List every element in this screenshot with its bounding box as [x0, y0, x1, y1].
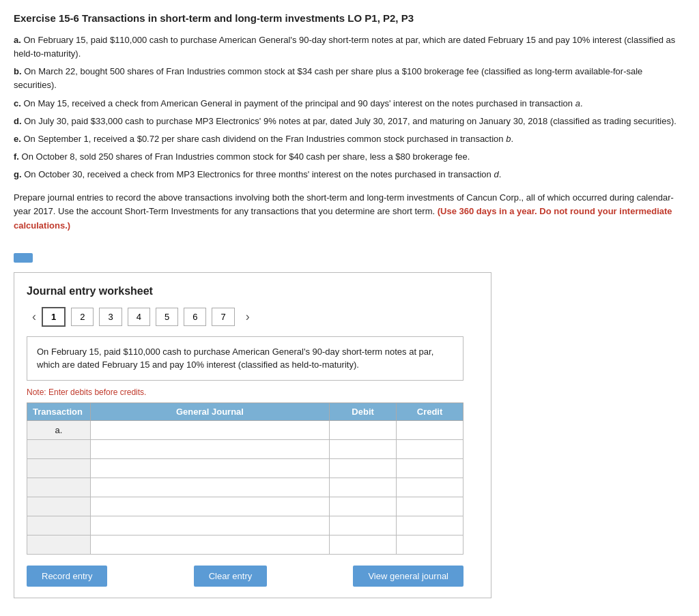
debit-input-5[interactable] [334, 501, 392, 512]
debit-cell-5[interactable] [330, 497, 397, 516]
tab-3[interactable]: 3 [99, 308, 122, 326]
debit-cell-2[interactable] [330, 439, 397, 458]
journal-cell-7[interactable] [90, 535, 329, 554]
tab-5[interactable]: 5 [156, 308, 178, 326]
table-row [27, 535, 463, 554]
transaction-description: On February 15, paid $110,000 cash to pu… [27, 336, 463, 381]
col-header-general-journal: General Journal [90, 402, 329, 420]
debit-cell-3[interactable] [330, 458, 397, 478]
prev-tab-button[interactable]: ‹ [27, 307, 42, 327]
transaction-cell-2 [27, 439, 91, 458]
journal-cell-1[interactable] [90, 420, 329, 439]
table-row: a. [27, 420, 463, 439]
credit-input-6[interactable] [401, 520, 459, 531]
worksheet-container: Journal entry worksheet ‹ 1 2 3 4 5 6 7 … [14, 272, 491, 598]
note-text: Note: Enter debits before credits. [27, 387, 479, 397]
debit-input-3[interactable] [334, 463, 392, 474]
highlight-text: (Use 360 days in a year. Do not round yo… [14, 206, 672, 230]
credit-input-4[interactable] [401, 482, 459, 493]
table-row [27, 458, 463, 478]
credit-cell-4[interactable] [397, 478, 463, 497]
debit-cell-4[interactable] [330, 478, 397, 497]
credit-input-3[interactable] [401, 463, 459, 474]
debit-cell-7[interactable] [330, 535, 397, 554]
credit-cell-7[interactable] [397, 535, 463, 554]
action-buttons-row: Record entry Clear entry View general jo… [27, 566, 463, 587]
journal-input-1[interactable] [95, 424, 325, 436]
transaction-cell-4 [27, 478, 91, 497]
journal-table: Transaction General Journal Debit Credit… [27, 402, 463, 555]
transaction-cell-7 [27, 535, 91, 554]
journal-cell-4[interactable] [90, 478, 329, 497]
credit-cell-1[interactable] [397, 420, 463, 439]
instruction-b: b. On March 22, bought 500 shares of Fra… [14, 65, 685, 92]
journal-cell-3[interactable] [90, 458, 329, 478]
page-title: Exercise 15-6 Transactions in short-term… [14, 12, 685, 24]
prepare-instructions: Prepare journal entries to record the ab… [14, 191, 685, 232]
instructions-block: a. On February 15, paid $110,000 cash to… [14, 33, 685, 181]
journal-input-3[interactable] [95, 463, 325, 474]
journal-cell-6[interactable] [90, 516, 329, 535]
instruction-c: c. On May 15, received a check from Amer… [14, 97, 685, 111]
table-row [27, 516, 463, 535]
transaction-cell-3 [27, 458, 91, 478]
debit-cell-1[interactable] [330, 420, 397, 439]
instruction-g: g. On October 30, received a check from … [14, 168, 685, 181]
transaction-cell-6 [27, 516, 91, 535]
record-entry-button[interactable]: Record entry [27, 566, 107, 587]
tab-6[interactable]: 6 [184, 308, 206, 326]
credit-cell-2[interactable] [397, 439, 463, 458]
table-row [27, 439, 463, 458]
debit-input-6[interactable] [334, 520, 392, 531]
debit-cell-6[interactable] [330, 516, 397, 535]
transaction-cell-1: a. [27, 420, 91, 439]
col-header-credit: Credit [397, 402, 463, 420]
debit-input-2[interactable] [334, 443, 392, 455]
journal-cell-2[interactable] [90, 439, 329, 458]
credit-input-7[interactable] [401, 539, 459, 551]
col-header-debit: Debit [330, 402, 397, 420]
tab-1[interactable]: 1 [42, 307, 66, 327]
journal-input-6[interactable] [95, 520, 325, 531]
journal-cell-5[interactable] [90, 497, 329, 516]
view-transaction-list-button[interactable] [14, 253, 33, 263]
journal-input-2[interactable] [95, 443, 325, 455]
clear-entry-button[interactable]: Clear entry [194, 566, 268, 587]
credit-cell-3[interactable] [397, 458, 463, 478]
credit-cell-6[interactable] [397, 516, 463, 535]
tab-4[interactable]: 4 [128, 308, 150, 326]
journal-input-5[interactable] [95, 501, 325, 512]
table-row [27, 497, 463, 516]
instruction-d: d. On July 30, paid $33,000 cash to purc… [14, 115, 685, 128]
tabs-row: ‹ 1 2 3 4 5 6 7 › [27, 307, 479, 327]
worksheet-title: Journal entry worksheet [27, 285, 479, 297]
instruction-e: e. On September 1, received a $0.72 per … [14, 132, 685, 146]
credit-cell-5[interactable] [397, 497, 463, 516]
next-tab-button[interactable]: › [240, 307, 255, 327]
instruction-a: a. On February 15, paid $110,000 cash to… [14, 33, 685, 61]
table-row [27, 478, 463, 497]
debit-input-1[interactable] [334, 424, 392, 436]
tab-7[interactable]: 7 [212, 308, 234, 326]
prepare-text: Prepare journal entries to record the ab… [14, 191, 685, 232]
transaction-cell-5 [27, 497, 91, 516]
journal-input-4[interactable] [95, 482, 325, 493]
instruction-f: f. On October 8, sold 250 shares of Fran… [14, 150, 685, 164]
debit-input-7[interactable] [334, 539, 392, 551]
debit-input-4[interactable] [334, 482, 392, 493]
tab-2[interactable]: 2 [71, 308, 94, 326]
journal-input-7[interactable] [95, 539, 325, 551]
credit-input-2[interactable] [401, 443, 459, 455]
credit-input-1[interactable] [401, 424, 459, 436]
credit-input-5[interactable] [401, 501, 459, 512]
view-general-journal-button[interactable]: View general journal [353, 566, 463, 587]
col-header-transaction: Transaction [27, 402, 91, 420]
